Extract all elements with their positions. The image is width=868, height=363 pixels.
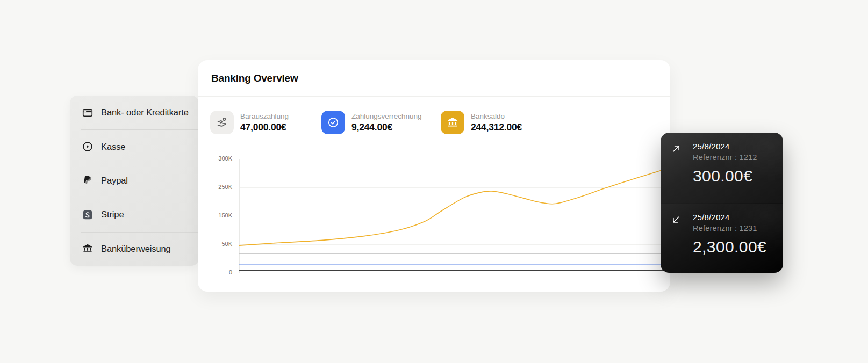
gridline [239, 187, 670, 188]
payment-methods-sidebar: Bank- oder Kreditkarte Kasse Paypal Stri… [70, 96, 199, 266]
sidebar-item-label: Paypal [101, 176, 128, 186]
y-tick-label: 0 [229, 269, 232, 275]
gridline [239, 216, 670, 216]
y-axis-line [239, 159, 240, 273]
chart-gridlines [239, 159, 670, 274]
transaction-row-incoming[interactable]: 25/8/2024 Referenznr : 1231 2,300.00€ [661, 203, 783, 273]
stat-value: 244,312.00€ [471, 122, 522, 133]
sidebar-item-label: Banküberweisung [101, 244, 171, 254]
y-axis-tick-labels: 300K250K150K50K0 [198, 159, 232, 273]
gridline [239, 273, 670, 273]
gridline [239, 244, 670, 245]
stripe-icon [82, 209, 94, 221]
y-tick-label: 50K [221, 241, 232, 247]
transaction-amount: 2,300.00€ [693, 238, 766, 256]
sidebar-item-label: Stripe [101, 209, 124, 220]
stat-barauszahlung: Barauszahlung 47,000.00€ [210, 111, 289, 134]
arrow-down-left-icon [670, 213, 686, 273]
stat-label: Zahlungsverrechnung [351, 112, 422, 120]
paypal-icon [82, 175, 94, 186]
bank-icon [82, 243, 94, 255]
stat-value: 47,000.00€ [240, 122, 289, 133]
transaction-date: 25/8/2024 [693, 213, 766, 222]
transaction-date: 25/8/2024 [693, 142, 757, 151]
page-title: Banking Overview [211, 72, 298, 84]
transaction-amount: 300.00€ [693, 167, 757, 185]
card-header: Banking Overview [198, 60, 670, 97]
transaction-row-outgoing[interactable]: 25/8/2024 Referenznr : 1212 300.00€ [661, 133, 783, 203]
y-tick-label: 250K [218, 184, 232, 190]
chart-series-plot [239, 159, 670, 274]
page: Bank- oder Kreditkarte Kasse Paypal Stri… [0, 0, 868, 363]
sidebar-item-label: Kasse [101, 142, 125, 152]
stat-value: 9,244.00€ [351, 122, 422, 133]
transaction-reference: Referenznr : 1212 [693, 153, 757, 162]
bank-icon [441, 111, 464, 134]
check-circle-icon [321, 111, 345, 134]
hand-coin-icon [210, 111, 234, 134]
gridline [239, 159, 670, 159]
sidebar-item-stripe[interactable]: Stripe [70, 198, 199, 231]
sidebar-item-paypal[interactable]: Paypal [70, 164, 199, 198]
y-tick-label: 300K [218, 155, 232, 162]
sidebar-item-label: Bank- oder Kreditkarte [101, 107, 189, 118]
sidebar-item-kasse[interactable]: Kasse [70, 129, 199, 163]
banking-overview-card: Banking Overview Barauszahlung 47,000.00… [198, 60, 670, 292]
cash-point-icon [82, 141, 94, 153]
series-balance-trend [239, 168, 670, 245]
stat-label: Banksaldo [471, 112, 522, 120]
transactions-popover: 25/8/2024 Referenznr : 1212 300.00€ 25/8… [661, 133, 783, 273]
stat-banksaldo: Banksaldo 244,312.00€ [441, 111, 522, 134]
credit-card-icon [82, 107, 94, 119]
stat-label: Barauszahlung [240, 112, 289, 120]
arrow-up-right-icon [670, 142, 686, 203]
y-tick-label: 150K [218, 212, 232, 219]
sidebar-item-bank-or-credit-card[interactable]: Bank- oder Kreditkarte [70, 96, 199, 129]
transaction-reference: Referenznr : 1231 [693, 224, 766, 233]
stat-zahlungsverrechnung: Zahlungsverrechnung 9,244.00€ [321, 111, 422, 134]
sidebar-item-bank-transfer[interactable]: Banküberweisung [70, 232, 199, 266]
